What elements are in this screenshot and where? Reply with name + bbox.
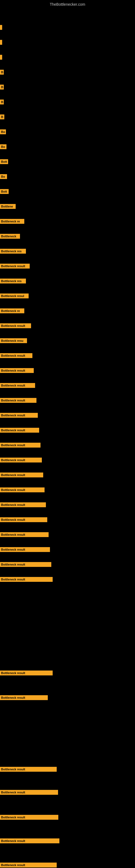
bar-row: Bottleneck result xyxy=(0,502,46,507)
bar-row: Bottleneck result xyxy=(0,443,41,447)
bottleneck-result-bar: Bott xyxy=(0,189,9,194)
bar-row: Bottleneck res xyxy=(0,249,26,254)
bottleneck-result-bar: Bottleneck re xyxy=(0,219,24,224)
bar-row: Bottleneck result xyxy=(0,767,57,772)
bar-row: Bottleneck result xyxy=(0,353,32,358)
bottleneck-result-bar: Bo xyxy=(0,129,6,134)
bar-row xyxy=(0,55,2,60)
bar-row: Bottleneck result xyxy=(0,562,51,567)
bar-row: B xyxy=(0,99,4,104)
bottleneck-result-bar: Bo xyxy=(0,144,6,149)
bottleneck-result-bar: Bottlene xyxy=(0,204,16,209)
bar-row: Bo xyxy=(0,129,6,134)
bar-row: Bottleneck re xyxy=(0,308,24,313)
bottleneck-result-bar: Bottleneck result xyxy=(0,472,43,477)
bar-row xyxy=(0,40,2,45)
bottleneck-result-bar xyxy=(0,40,2,45)
bar-row: Bottleneck result xyxy=(0,413,38,418)
bottleneck-result-bar: Bottleneck res xyxy=(0,279,26,283)
bottleneck-result-bar: Bottleneck result xyxy=(0,838,59,843)
bottleneck-result-bar: Bottleneck result xyxy=(0,458,42,463)
bar-row: Bottleneck resu xyxy=(0,338,27,343)
bar-row: Bottleneck xyxy=(0,234,20,239)
bottleneck-result-bar: Bottleneck result xyxy=(0,413,38,418)
bottleneck-result-bar: Bottleneck result xyxy=(0,532,49,537)
bar-row: B xyxy=(0,115,4,119)
bottleneck-result-bar: Bottleneck result xyxy=(0,790,58,795)
bar-row: Bottleneck result xyxy=(0,532,49,537)
bar-row: Bottleneck result xyxy=(0,398,37,403)
bar-row: Bottleneck result xyxy=(0,323,31,328)
bottleneck-result-bar: Bottleneck result xyxy=(0,428,39,433)
bottleneck-result-bar: Bottleneck result xyxy=(0,767,57,772)
bar-row: Bottleneck result xyxy=(0,577,53,582)
bar-row: Bottleneck result xyxy=(0,472,43,477)
bottleneck-result-bar: Bottleneck resu xyxy=(0,338,27,343)
bar-row: Bo xyxy=(0,144,6,149)
bar-row: Bottleneck re xyxy=(0,219,24,224)
bar-row: Bottleneck res xyxy=(0,279,26,283)
bar-row: B xyxy=(0,85,4,90)
bottleneck-result-bar: Bottleneck result xyxy=(0,863,57,867)
bottleneck-result-bar: B xyxy=(0,70,4,74)
bar-row: Bottleneck result xyxy=(0,458,42,463)
bar-row: Bott xyxy=(0,159,8,164)
bottleneck-result-bar: B xyxy=(0,99,4,104)
bottleneck-result-bar: Bottleneck result xyxy=(0,368,34,373)
bottleneck-result-bar: Bottleneck result xyxy=(0,353,32,358)
bar-row xyxy=(0,25,2,30)
bottleneck-result-bar: Bottleneck re xyxy=(0,308,24,313)
bottleneck-result-bar: Bottleneck result xyxy=(0,383,35,388)
bar-row: Bottleneck result xyxy=(0,695,48,700)
bar-row: Bo xyxy=(0,174,7,179)
bar-row: Bottleneck result xyxy=(0,838,59,843)
bottleneck-result-bar: Bottleneck result xyxy=(0,398,37,403)
bar-row: Bott xyxy=(0,189,9,194)
site-title: TheBottlenecker.com xyxy=(0,0,135,9)
bar-row: Bottlene xyxy=(0,204,16,209)
bar-row: Bottleneck resul xyxy=(0,293,29,299)
bottleneck-result-bar: Bottleneck result xyxy=(0,815,58,820)
bottleneck-result-bar: Bottleneck result xyxy=(0,695,48,700)
bar-row: Bottleneck result xyxy=(0,368,34,373)
bottleneck-result-bar: Bottleneck res xyxy=(0,249,26,254)
bottleneck-result-bar: Bottleneck result xyxy=(0,577,53,582)
bar-row: Bottleneck result xyxy=(0,790,58,795)
bar-row: Bottleneck result xyxy=(0,547,50,552)
bottleneck-result-bar: Bottleneck result xyxy=(0,547,50,552)
bottleneck-result-bar: Bottleneck result xyxy=(0,443,41,447)
bottleneck-result-bar: Bo xyxy=(0,174,7,179)
bar-row: Bottleneck result xyxy=(0,815,58,820)
bar-row: Bottleneck result xyxy=(0,428,39,433)
bottleneck-result-bar: Bottleneck result xyxy=(0,264,30,269)
bottleneck-result-bar: Bottleneck result xyxy=(0,517,47,522)
bar-row: Bottleneck result xyxy=(0,488,45,492)
bar-row: B xyxy=(0,70,4,74)
bottleneck-result-bar: Bottleneck result xyxy=(0,671,53,675)
bottleneck-result-bar xyxy=(0,55,2,60)
bottleneck-result-bar: Bott xyxy=(0,159,8,164)
bottleneck-result-bar: B xyxy=(0,85,4,90)
bottleneck-result-bar: Bottleneck result xyxy=(0,323,31,328)
bar-row: Bottleneck result xyxy=(0,264,30,269)
bar-row: Bottleneck result xyxy=(0,863,57,867)
bottleneck-result-bar: Bottleneck result xyxy=(0,562,51,567)
bottleneck-result-bar: Bottleneck resul xyxy=(0,293,29,299)
bottleneck-result-bar: Bottleneck result xyxy=(0,502,46,507)
bar-row: Bottleneck result xyxy=(0,671,53,675)
bottleneck-result-bar: Bottleneck xyxy=(0,234,20,239)
bar-row: Bottleneck result xyxy=(0,517,47,522)
bottleneck-result-bar: Bottleneck result xyxy=(0,488,45,492)
bar-row: Bottleneck result xyxy=(0,383,35,388)
bottleneck-result-bar: B xyxy=(0,115,4,119)
bottleneck-result-bar xyxy=(0,25,2,30)
